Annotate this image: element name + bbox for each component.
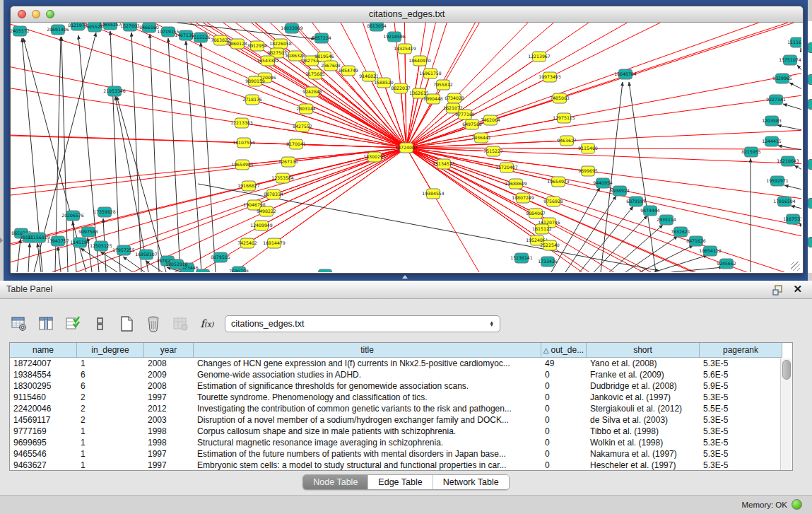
graph-node[interactable]: 8170041: [286, 139, 306, 149]
tab-network-table[interactable]: Network Table: [433, 475, 509, 489]
graph-node[interactable]: 20206576: [61, 211, 84, 221]
graph-node[interactable]: 1203583: [762, 116, 782, 126]
table-cell[interactable]: 2003: [144, 414, 194, 426]
graph-node[interactable]: 9819546: [314, 52, 334, 62]
graph-node[interactable]: 8079505: [211, 252, 230, 262]
table-cell[interactable]: Hescheler et al. (1997): [587, 460, 700, 471]
table-cell[interactable]: 49: [541, 358, 587, 369]
window-resize-grip[interactable]: [791, 262, 800, 271]
graph-node[interactable]: 9227341: [766, 95, 786, 105]
graph-node[interactable]: 8454749: [339, 66, 358, 76]
column-header-year[interactable]: year: [144, 343, 194, 358]
graph-node[interactable]: 1615122: [532, 224, 552, 234]
table-cell[interactable]: 2: [77, 403, 144, 414]
tab-node-table[interactable]: Node Table: [303, 475, 368, 489]
table-cell[interactable]: 5.3E-5: [700, 448, 782, 460]
panel-collapse-arrow-icon[interactable]: [0, 238, 3, 243]
table-row[interactable]: 2242004622012Investigating the contribut…: [10, 403, 792, 414]
graph-node[interactable]: 16914479: [263, 238, 286, 248]
column-header-short[interactable]: short: [587, 343, 700, 358]
graph-node[interactable]: 9474444: [640, 206, 660, 216]
table-cell[interactable]: 5.3E-5: [700, 437, 782, 448]
graph-node[interactable]: 2367608: [321, 61, 341, 71]
graph-node[interactable]: 12353584: [271, 173, 294, 183]
graph-node[interactable]: 9777169: [455, 110, 475, 119]
graph-node[interactable]: 2935114: [657, 215, 676, 225]
graph-node[interactable]: 9097588: [78, 227, 98, 237]
table-row[interactable]: 1456911722003Disruption of a novel membe…: [10, 414, 792, 426]
table-cell[interactable]: 2: [77, 414, 144, 426]
select-columns-icon[interactable]: [64, 315, 82, 333]
table-cell[interactable]: 6: [77, 369, 144, 380]
table-cell[interactable]: 9465546: [10, 448, 77, 460]
table-cell[interactable]: 1: [77, 358, 144, 369]
graph-node[interactable]: 16958107: [135, 250, 158, 259]
graph-node[interactable]: 7462064: [481, 115, 500, 125]
column-header-name[interactable]: name: [10, 343, 77, 358]
row-options-icon[interactable]: [90, 315, 109, 333]
table-settings-icon[interactable]: [10, 315, 28, 333]
graph-node[interactable]: 7515227: [483, 146, 503, 156]
table-cell[interactable]: 1997: [144, 392, 194, 403]
table-cell[interactable]: Estimation of significance thresholds fo…: [194, 380, 541, 392]
splitter-expand-arrow-icon[interactable]: [402, 275, 408, 279]
graph-node[interactable]: 1733426: [538, 257, 558, 267]
graph-node[interactable]: 7425402: [237, 238, 257, 248]
graph-node[interactable]: 19654923: [547, 177, 570, 187]
graph-node[interactable]: 7690759: [229, 267, 249, 272]
graph-node[interactable]: 9440954: [593, 178, 613, 188]
delete-table-icon[interactable]: [144, 315, 163, 333]
table-cell[interactable]: 5.9E-5: [700, 380, 782, 392]
table-cell[interactable]: 0: [541, 414, 587, 426]
graph-node[interactable]: 9115460: [578, 144, 598, 153]
float-panel-icon[interactable]: [772, 284, 784, 296]
graph-node[interactable]: 13942757: [47, 236, 69, 246]
graph-node[interactable]: 7485063: [550, 93, 570, 103]
table-cell[interactable]: 0: [541, 369, 587, 380]
table-cell[interactable]: 0: [541, 392, 587, 403]
table-cell[interactable]: 5.3E-5: [700, 426, 782, 437]
table-cell[interactable]: 2012: [144, 403, 194, 414]
graph-node[interactable]: 18107554: [233, 138, 255, 148]
table-cell[interactable]: 19384554: [10, 369, 77, 380]
graph-node[interactable]: 6497568: [462, 119, 482, 129]
citation-graph[interactable]: 2405572206914068121974160552871065525715…: [11, 23, 801, 272]
table-cell[interactable]: Estimation of the future numbers of pati…: [194, 448, 541, 460]
graph-node[interactable]: 2718176: [242, 95, 262, 105]
table-cell[interactable]: 5.6E-5: [700, 369, 782, 380]
table-panel-header[interactable]: Table Panel ✕: [0, 281, 812, 299]
table-cell[interactable]: Corpus callosum shape and size in male p…: [194, 426, 541, 437]
graph-node[interactable]: 3175685: [305, 69, 325, 79]
graph-node[interactable]: 12409949: [250, 221, 273, 230]
graph-node[interactable]: 1145194: [70, 238, 90, 247]
table-cell[interactable]: Embryonic stem cells: a model to study s…: [194, 460, 541, 471]
graph-node[interactable]: 7955812: [433, 80, 453, 90]
table-cell[interactable]: Investigating the contribution of common…: [194, 403, 541, 414]
graph-node[interactable]: 1244415: [762, 136, 782, 146]
table-cell[interactable]: de Silva et al. (2003): [587, 414, 700, 426]
table-cell[interactable]: Tourette syndrome. Phenomenology and cla…: [194, 392, 541, 403]
graph-node[interactable]: 2405572: [11, 26, 30, 36]
graph-node[interactable]: 1111654: [787, 37, 801, 47]
table-cell[interactable]: 2008: [144, 380, 194, 392]
table-cell[interactable]: 2008: [144, 358, 194, 369]
graph-node[interactable]: 8990448: [423, 94, 443, 104]
column-header-pagerank[interactable]: pagerank: [700, 343, 782, 358]
table-row[interactable]: 969969511998Structural magnetic resonanc…: [10, 437, 792, 448]
table-cell[interactable]: Nakamura et al. (1997): [587, 448, 700, 460]
graph-node[interactable]: 9860128: [228, 39, 247, 49]
graph-node[interactable]: 17016504: [773, 197, 796, 206]
column-header-out_de[interactable]: △out_de...: [541, 343, 587, 358]
network-view-window[interactable]: citations_edges.txt 24055722069140681219…: [10, 6, 804, 274]
graph-node[interactable]: 2522540: [540, 240, 560, 250]
graph-node[interactable]: 12213383: [230, 118, 253, 128]
graph-node[interactable]: 17957255: [112, 245, 135, 255]
table-row[interactable]: 1830029562008Estimation of significance …: [10, 380, 792, 392]
scrollbar-thumb[interactable]: [782, 360, 791, 380]
table-cell[interactable]: 0: [541, 460, 587, 471]
graph-node[interactable]: 21053346: [103, 86, 126, 96]
table-selector-dropdown[interactable]: citations_edges.txt ▲▼: [225, 315, 500, 332]
column-header-in_degree[interactable]: in_degree: [77, 343, 144, 358]
network-canvas[interactable]: 2405572206914068121974160552871065525715…: [11, 23, 801, 272]
table-cell[interactable]: Changes of HCN gene expression and I(f) …: [194, 358, 541, 369]
